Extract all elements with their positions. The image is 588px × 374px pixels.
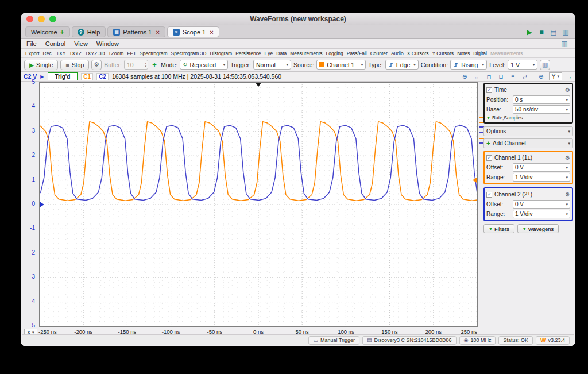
level-value: 1 V [510, 61, 530, 68]
view-toolbar-item[interactable]: +XYZ 3D [85, 51, 105, 56]
add-mode-icon-button[interactable]: + [150, 60, 158, 69]
view-toolbar-item[interactable]: +XY [56, 51, 65, 56]
fit-top-icon[interactable]: ⊓ [485, 72, 493, 81]
close-window-button[interactable] [26, 16, 33, 22]
view-toolbar-item[interactable]: Y Cursors [432, 51, 454, 56]
view-toolbar-item[interactable]: Measurements [290, 51, 322, 56]
collapse-panel-icon[interactable]: → [566, 72, 572, 80]
run-all-icon[interactable]: ▶ [524, 28, 535, 37]
view-toolbar-item[interactable]: Persistence [235, 51, 261, 56]
frequency-indicator[interactable]: ◉ 100 MHz [459, 336, 496, 345]
base-select[interactable]: 50 ns/div ▾ [513, 105, 570, 114]
view-toolbar-item[interactable]: Notes [457, 51, 470, 56]
window-stack-icon[interactable]: ▥ [560, 28, 571, 37]
close-tab-icon[interactable]: × [156, 29, 159, 36]
channel1-offset-select[interactable]: 0 V ▾ [513, 163, 570, 172]
workspace-layout-icon[interactable]: ▤ [548, 28, 559, 37]
view-toolbar-item[interactable]: Logging [326, 51, 343, 56]
chevron-down-icon: ▾ [286, 63, 288, 67]
trigger-more-button[interactable]: ▥ [540, 60, 550, 70]
position-select[interactable]: 0 s ▾ [513, 95, 570, 104]
view-toolbar-item[interactable]: FFT [127, 51, 136, 56]
single-button[interactable]: ▶ Single [24, 60, 58, 70]
condition-select[interactable]: Rising ▾ [450, 60, 487, 70]
channel2-offset-select[interactable]: 0 V ▾ [513, 200, 570, 209]
mode-select[interactable]: ↻ Repeated ▾ [180, 60, 228, 70]
menu-control[interactable]: Control [45, 40, 65, 47]
menu-file[interactable]: File [26, 40, 37, 47]
view-toolbar-item[interactable]: Histogram [210, 51, 232, 56]
float-window-icon[interactable]: ▥ [559, 39, 570, 48]
zoom-fit-icon[interactable]: ⊕ [461, 72, 469, 81]
channel2-range-value: 1 V/div [515, 211, 566, 217]
manual-trigger-button[interactable]: ▭ Manual Trigger [308, 336, 359, 345]
trigger-position-marker[interactable] [256, 83, 261, 87]
wavegens-button[interactable]: ▼ Wavegens [517, 224, 559, 233]
swap-axes-icon[interactable]: ⇄ [521, 72, 529, 81]
tab-patterns-label: Patterns 1 [123, 29, 152, 36]
view-toolbar-item[interactable]: Data [276, 51, 287, 56]
type-select[interactable]: Edge ▾ [385, 60, 419, 70]
close-tab-icon[interactable]: × [210, 29, 213, 36]
view-toolbar-item[interactable]: Counter [370, 51, 388, 56]
channel2-range-select[interactable]: 1 V/div ▾ [513, 210, 570, 218]
view-toolbar-item[interactable]: Spectrogram [140, 51, 168, 56]
channel2-offset-marker[interactable] [40, 202, 44, 207]
add-instrument-icon[interactable]: + [60, 28, 64, 36]
scan-options-gear-button[interactable]: ⚙ [91, 60, 102, 70]
level-select[interactable]: 1 V ▾ [508, 60, 537, 70]
add-channel-select[interactable]: + Add Channel ▾ [483, 138, 573, 148]
view-toolbar-item[interactable]: +Zoom [109, 51, 124, 56]
rate-samples-link[interactable]: ▼ Rate,Samples... [486, 114, 570, 121]
trigger-run-icon: ▶ [40, 74, 44, 79]
buffer-stepper[interactable]: ▴ ▾ [145, 62, 148, 67]
view-toolbar-item[interactable]: Eye [265, 51, 273, 56]
cursor-lines-icon[interactable]: ≡ [509, 72, 517, 81]
minimize-window-button[interactable] [38, 16, 45, 22]
check-icon: ✓ [488, 87, 492, 92]
view-toolbar-item[interactable]: +XYZ [69, 51, 82, 56]
menu-window[interactable]: Window [96, 40, 119, 47]
options-select[interactable]: Options ▾ [483, 126, 573, 136]
trigger-label: Trigger: [230, 61, 251, 68]
maximize-window-button[interactable] [49, 16, 56, 22]
tab-patterns-1[interactable]: ▦ Patterns 1 × [107, 26, 165, 37]
y-axis-selector[interactable]: Y ▾ [549, 72, 562, 80]
tab-help[interactable]: ? Help [72, 26, 106, 37]
fit-horizontal-icon[interactable]: ↔ [473, 72, 481, 81]
channel1-checkbox[interactable]: ✓ [486, 155, 492, 161]
view-toolbar-item[interactable]: X Cursors [407, 51, 429, 56]
view-toolbar-item[interactable]: Digital [473, 51, 487, 56]
source-select[interactable]: Channel 1 ▾ [316, 60, 366, 70]
view-toolbar-item[interactable]: Audio [391, 51, 404, 56]
chevron-down-icon: ▾ [566, 175, 568, 180]
chevron-down-icon: ▾ [557, 74, 559, 79]
add-channel-label: Add Channel [493, 140, 526, 146]
fit-bottom-icon[interactable]: ⊔ [497, 72, 505, 81]
view-toolbar-item[interactable]: Spectrogram 3D [171, 51, 207, 56]
tab-scope-1[interactable]: ≈ Scope 1 × [167, 26, 219, 37]
device-selector[interactable]: ▤ Discovery3 C SN:210415BD0D86 [362, 336, 457, 345]
channel2-gear-icon[interactable]: ⚙ [565, 191, 570, 198]
channel2-badge[interactable]: C2 [96, 73, 109, 80]
view-toolbar-item[interactable]: Pass/Fail [347, 51, 367, 56]
tab-welcome[interactable]: Welcome + [25, 26, 70, 37]
trigger-select[interactable]: Normal ▾ [253, 60, 291, 70]
scope-plot[interactable] [39, 82, 478, 327]
spin-down-icon[interactable]: ▾ [145, 65, 146, 68]
time-gear-icon[interactable]: ⚙ [565, 87, 570, 93]
channel1-badge[interactable]: C1 [81, 73, 93, 80]
filters-button[interactable]: ▼ Filters [483, 224, 514, 233]
view-toolbar-item[interactable]: Export [25, 51, 40, 56]
channel1-gear-icon[interactable]: ⚙ [565, 155, 570, 161]
channel1-range-select[interactable]: 1 V/div ▾ [513, 173, 570, 182]
menu-view[interactable]: View [74, 40, 88, 47]
stop-all-icon[interactable]: ■ [536, 28, 547, 37]
stop-button[interactable]: ■ Stop [60, 60, 89, 70]
waveform-canvas[interactable] [40, 83, 477, 326]
magnifier-icon[interactable]: ⊕ [537, 72, 546, 81]
channel2-checkbox[interactable]: ✓ [486, 192, 492, 198]
view-toolbar-item[interactable]: Rec. [43, 51, 53, 56]
buffer-spinner[interactable]: 10 ▴ ▾ [124, 60, 148, 70]
time-checkbox[interactable]: ✓ [486, 87, 492, 93]
